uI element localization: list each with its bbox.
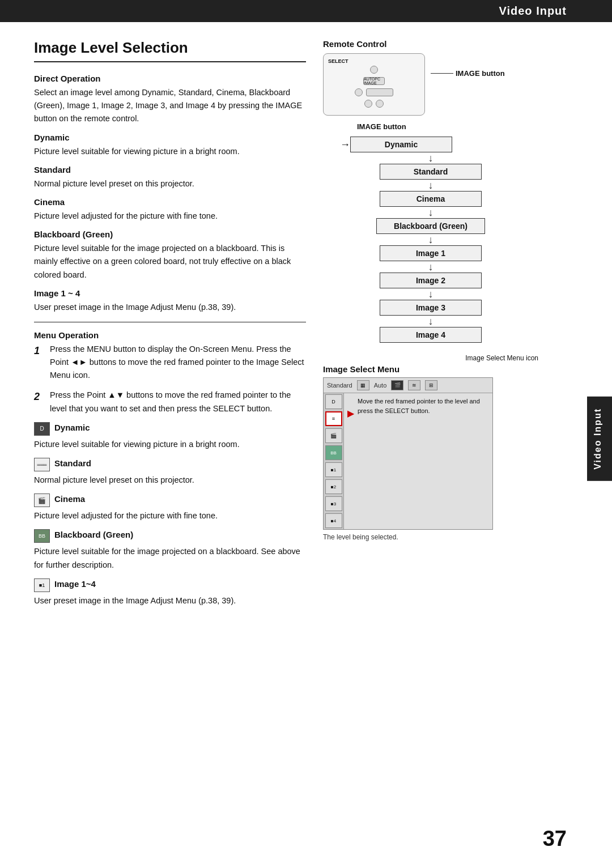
menu-icon-standard-selected: ≡	[325, 411, 342, 426]
menu-step-2: 2 Press the Point ▲▼ buttons to move the…	[34, 389, 306, 415]
menu-icon-blackboard: BB	[325, 445, 342, 460]
cinema-heading: Cinema	[34, 197, 306, 207]
flow-box-dynamic: Dynamic	[350, 137, 452, 152]
dynamic-text: Picture level suitable for viewing pictu…	[34, 145, 306, 158]
btn-right	[376, 100, 384, 108]
flow-box-image4: Image 4	[380, 327, 482, 343]
icon-blackboard-text: Picture level suitable for the image pro…	[34, 545, 306, 571]
menu-step-1: 1 Press the MENU button to display the O…	[34, 343, 306, 382]
direct-operation-text: Select an image level among Dynamic, Sta…	[34, 86, 306, 126]
menu-content-area: ▶ Move the red framed pointer to the lev…	[344, 393, 492, 529]
image14-heading: Image 1 ~ 4	[34, 288, 306, 298]
flow-diagram: → Dynamic ↓ Standard ↓ Cinema ↓ Blackboa…	[323, 137, 538, 343]
top-bar-title: Video Input	[499, 5, 567, 17]
standard-heading: Standard	[34, 165, 306, 175]
menu-top-icon-2: 🎬	[391, 380, 403, 390]
right-column: Remote Control SELECT AUTOPC IMAGE	[323, 39, 538, 614]
right-side-tab: Video Input	[587, 397, 612, 481]
menu-operation-heading: Menu Operation	[34, 330, 306, 340]
move-pointer-text: Move the red framed pointer to the level…	[358, 397, 489, 415]
freeze-ptimer-btn	[366, 88, 393, 96]
remote-control-image: SELECT AUTOPC IMAGE	[323, 53, 425, 116]
flow-arrow-5: ↓	[428, 262, 434, 272]
blackboard-heading: Blackboard (Green)	[34, 229, 306, 239]
zoom-btn	[355, 88, 363, 96]
flow-arrow-4: ↓	[428, 235, 434, 245]
direct-operation-heading: Direct Operation	[34, 74, 306, 83]
flow-arrow-3: ↓	[428, 207, 434, 218]
menu-top-icon-3: ≋	[408, 380, 420, 390]
image14-text: User preset image in the Image Adjust Me…	[34, 301, 306, 314]
icon-cinema-label: Cinema	[54, 494, 85, 504]
icon-dynamic-label: Dynamic	[54, 423, 90, 432]
menu-body: D ≡ 🎬 BB ■1 ■2 ■3 ■4 ▶ Move the red fram	[324, 393, 492, 529]
cinema-text: Picture level adjusted for the picture w…	[34, 210, 306, 223]
remote-control-heading: Remote Control	[323, 39, 538, 49]
flow-pointer-arrow: →	[340, 139, 350, 151]
image-select-menu-icon-label: Image Select Menu icon	[465, 354, 538, 362]
autopc-image-btn: AUTOPC IMAGE	[363, 77, 385, 85]
icon-cinema-text: Picture level adjusted for the picture w…	[34, 509, 306, 522]
top-bar: Video Input	[0, 0, 612, 22]
menu-icon-cinema: 🎬	[325, 428, 342, 443]
menu-top-bar: Standard ▦ Auto 🎬 ≋ ⊞	[324, 378, 492, 393]
flow-arrow-7: ↓	[428, 316, 434, 326]
page-number: 37	[543, 827, 567, 851]
red-pointer-icon: ▶	[347, 408, 354, 419]
dynamic-icon: D	[34, 422, 50, 436]
blackboard-text: Picture level suitable for the image pro…	[34, 242, 306, 282]
menu-mockup: Standard ▦ Auto 🎬 ≋ ⊞ D ≡ 🎬 BB ■1	[323, 377, 493, 530]
menu-icon-image1: ■1	[325, 462, 342, 477]
image-select-menu-heading: Image Select Menu	[323, 364, 538, 374]
icon-cinema-block: 🎬 Cinema Picture level adjusted for the …	[34, 493, 306, 522]
flow-box-image2: Image 2	[380, 273, 482, 288]
level-selected-caption: The level being selected.	[323, 533, 538, 541]
icon-blackboard-block: BB Blackboard (Green) Picture level suit…	[34, 529, 306, 571]
menu-top-icon-4: ⊞	[425, 380, 437, 390]
image-button-label-2: IMAGE button	[357, 122, 538, 131]
icon-standard-label: Standard	[54, 458, 91, 468]
remote-control-diagram: SELECT AUTOPC IMAGE	[323, 53, 538, 116]
image-select-section: Image Select Menu icon Image Select Menu…	[323, 354, 538, 541]
page-title: Image Level Selection	[34, 39, 306, 62]
menu-icon-image2: ■2	[325, 479, 342, 494]
icon-standard-block: ═══ Standard Normal picture level preset…	[34, 458, 306, 487]
icon-dynamic-text: Picture level suitable for viewing pictu…	[34, 438, 306, 451]
icon-blackboard-label: Blackboard (Green)	[54, 530, 133, 539]
flow-arrow-2: ↓	[428, 180, 434, 190]
flow-box-cinema: Cinema	[380, 191, 482, 207]
flow-arrow-6: ↓	[428, 289, 434, 299]
left-column: Image Level Selection Direct Operation S…	[34, 39, 306, 614]
icon-standard-text: Normal picture level preset on this proj…	[34, 474, 306, 487]
standard-text: Normal picture level preset on this proj…	[34, 177, 306, 190]
menu-top-auto: Auto	[374, 382, 387, 389]
blackboard-icon: BB	[34, 529, 50, 543]
flow-arrow-1: ↓	[428, 153, 434, 163]
menu-icons-column: D ≡ 🎬 BB ■1 ■2 ■3 ■4	[324, 393, 344, 529]
flow-box-standard: Standard	[380, 164, 482, 180]
cinema-icon: 🎬	[34, 493, 50, 507]
menu-top-icon-1: ▦	[357, 380, 369, 390]
menu-icon-image3: ■3	[325, 496, 342, 511]
icon-dynamic-block: D Dynamic Picture level suitable for vie…	[34, 422, 306, 451]
menu-icon-image4: ■4	[325, 513, 342, 528]
menu-icon-dynamic: D	[325, 394, 342, 409]
icon-image14-label: Image 1~4	[54, 579, 96, 589]
btn-left	[364, 100, 372, 108]
flow-box-image3: Image 3	[380, 300, 482, 316]
flow-box-blackboard: Blackboard (Green)	[376, 218, 485, 234]
icon-image14-block: ■1 Image 1~4 User preset image in the Im…	[34, 578, 306, 607]
select-btn	[370, 66, 378, 74]
dynamic-heading: Dynamic	[34, 133, 306, 142]
flow-box-image1: Image 1	[380, 245, 482, 261]
icon-image14-text: User preset image in the Image Adjust Me…	[34, 594, 306, 607]
standard-icon: ═══	[34, 458, 50, 471]
image14-icon: ■1	[34, 578, 50, 592]
image-button-label: IMAGE button	[456, 69, 505, 78]
image-btn-line	[431, 73, 453, 74]
menu-top-standard: Standard	[327, 382, 352, 389]
